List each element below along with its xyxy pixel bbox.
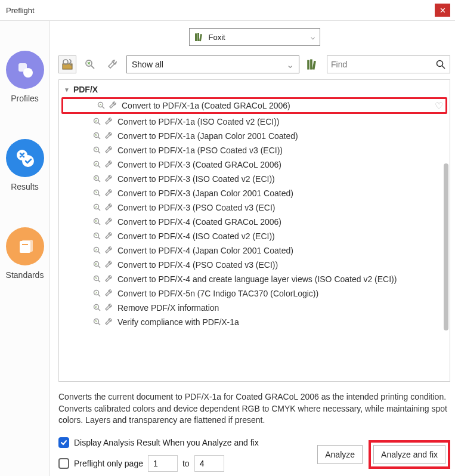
profile-label: Convert to PDF/X-3 (PSO Coated v3 (ECI): [117, 203, 276, 212]
profile-row[interactable]: Convert to PDF/X-4 (Japan Color 2001 Coa…: [59, 243, 450, 258]
inspect-icon: [92, 117, 102, 126]
svg-point-17: [437, 61, 443, 67]
svg-line-38: [98, 237, 101, 240]
inspect-icon: [92, 246, 102, 255]
preflight-only-checkbox[interactable]: [58, 458, 69, 469]
close-button[interactable]: ✕: [435, 4, 450, 17]
wrench-icon: [104, 203, 114, 212]
library-selector[interactable]: Foxit ⌵: [189, 28, 320, 46]
svg-line-26: [98, 152, 101, 154]
profile-label: Convert to PDF/X-4 (Japan Color 2001 Coa…: [117, 246, 293, 255]
analyze-fix-button[interactable]: Analyze and fix: [369, 440, 450, 469]
sidebar-item-standards[interactable]: Standards: [6, 227, 44, 280]
wrench-icon: [104, 317, 114, 327]
profile-label: Convert to PDF/X-4 (PSO Coated v3 (ECI)): [117, 260, 278, 270]
svg-point-1: [23, 68, 33, 78]
svg-line-48: [98, 309, 101, 311]
library-button[interactable]: [304, 55, 322, 73]
profile-row[interactable]: Convert to PDF/X-4 (ISO Coated v2 (ECI)): [59, 229, 450, 243]
sidebar-item-profiles[interactable]: Profiles: [6, 51, 44, 103]
filter-selected-label: Show all: [132, 60, 163, 69]
button-row: Analyze Analyze and fix: [317, 440, 450, 469]
svg-line-44: [98, 280, 101, 283]
inspect-icon: [92, 174, 102, 184]
profile-tree[interactable]: ▼PDF/XConvert to PDF/X-1a (Coated GRACoL…: [58, 79, 450, 382]
svg-rect-14: [307, 60, 309, 70]
profile-row[interactable]: Convert to PDF/X-1a (ISO Coated v2 (ECI)…: [59, 115, 450, 129]
tool-btn-inspect[interactable]: [81, 55, 99, 73]
svg-line-40: [98, 252, 101, 254]
profile-label: Remove PDF/X information: [117, 303, 219, 313]
inspect-icon: [97, 101, 106, 110]
content-panel: Foxit ⌵ Show all ⌄: [50, 21, 455, 476]
analyze-label: Analyze: [325, 450, 355, 459]
inspect-icon: [92, 131, 102, 141]
sidebar: Profiles Results Standards: [0, 21, 50, 476]
wrench-icon: [104, 246, 114, 255]
wrench-icon: [104, 146, 114, 155]
profile-description: Converts the current document to PDF/X-1…: [58, 382, 450, 437]
search-input[interactable]: [331, 60, 435, 69]
wrench-icon: [104, 289, 114, 298]
profile-row[interactable]: Convert to PDF/X-5n (7C Indigo TAC370 (C…: [59, 286, 450, 301]
profile-row[interactable]: Remove PDF/X information: [59, 301, 450, 315]
profile-row[interactable]: Convert to PDF/X-3 (Coated GRACoL 2006): [59, 157, 450, 172]
close-icon: ✕: [439, 6, 446, 15]
svg-line-13: [91, 66, 94, 69]
tool-btn-toolbox[interactable]: [58, 55, 76, 73]
profile-label: Convert to PDF/X-3 (ISO Coated v2 (ECI)): [117, 174, 275, 184]
display-result-checkbox[interactable]: [58, 437, 69, 448]
inspect-icon: [92, 217, 102, 227]
analyze-fix-label: Analyze and fix: [373, 445, 445, 464]
option-display-result: Display Analysis Result When you Analyze…: [58, 437, 259, 448]
wrench-icon: [104, 117, 114, 126]
tool-btn-fix[interactable]: [104, 55, 122, 73]
scrollbar-thumb[interactable]: [444, 163, 448, 330]
profile-row[interactable]: Convert to PDF/X-1a (PSO Coated v3 (ECI)…: [59, 143, 450, 157]
wrench-icon: [104, 160, 114, 169]
analyze-button[interactable]: Analyze: [317, 445, 363, 464]
profile-row[interactable]: Verify compliance with PDF/X-1a: [59, 315, 450, 329]
profile-label: Convert to PDF/X-4 (Coated GRACoL 2006): [117, 217, 281, 227]
svg-line-46: [98, 295, 101, 297]
profile-row[interactable]: Convert to PDF/X-4 (PSO Coated v3 (ECI)): [59, 258, 450, 272]
profile-row[interactable]: Convert to PDF/X-4 and create language l…: [59, 272, 450, 286]
group-header[interactable]: ▼PDF/X: [59, 82, 450, 97]
profile-row[interactable]: Convert to PDF/X-3 (ISO Coated v2 (ECI)): [59, 172, 450, 186]
svg-line-36: [98, 223, 101, 225]
profile-row[interactable]: Convert to PDF/X-1a (Coated GRACoL 2006)…: [61, 97, 447, 114]
profile-row[interactable]: Convert to PDF/X-3 (Japan Color 2001 Coa…: [59, 186, 450, 200]
page-to-label: to: [182, 459, 190, 468]
sidebar-item-results[interactable]: Results: [6, 139, 44, 191]
inspect-icon: [92, 274, 102, 284]
display-result-label: Display Analysis Result When you Analyze…: [74, 438, 259, 447]
page-from-input[interactable]: [148, 455, 178, 472]
svg-line-22: [98, 123, 101, 125]
search-box[interactable]: [327, 55, 450, 73]
inspect-icon: [92, 231, 102, 241]
bottom-section: Display Analysis Result When you Analyze…: [58, 437, 450, 472]
library-row: Foxit ⌵: [58, 28, 450, 46]
inspect-icon: [92, 303, 102, 313]
profile-label: Convert to PDF/X-3 (Japan Color 2001 Coa…: [117, 188, 293, 198]
main-area: Profiles Results Standards Foxit: [0, 21, 455, 476]
profile-label: Convert to PDF/X-4 (ISO Coated v2 (ECI)): [117, 231, 275, 241]
svg-rect-9: [199, 34, 202, 41]
wrench-icon: [104, 274, 114, 284]
page-to-input[interactable]: [194, 455, 224, 472]
profile-label: Convert to PDF/X-1a (PSO Coated v3 (ECI)…: [117, 146, 283, 155]
wrench-icon: [104, 174, 114, 184]
favorite-icon[interactable]: ♡: [435, 100, 443, 112]
svg-line-34: [98, 209, 101, 211]
group-label: PDF/X: [73, 85, 98, 94]
sidebar-item-label: Profiles: [11, 94, 39, 103]
profile-row[interactable]: Convert to PDF/X-1a (Japan Color 2001 Co…: [59, 129, 450, 143]
chevron-down-icon: ⌄: [286, 59, 294, 70]
svg-line-18: [442, 66, 445, 69]
profile-row[interactable]: Convert to PDF/X-3 (PSO Coated v3 (ECI): [59, 200, 450, 215]
profile-label: Convert to PDF/X-1a (ISO Coated v2 (ECI)…: [117, 117, 280, 126]
inspect-icon: [92, 317, 102, 327]
profile-label: Convert to PDF/X-1a (Coated GRACoL 2006): [122, 101, 431, 110]
filter-selector[interactable]: Show all ⌄: [126, 55, 299, 73]
profile-row[interactable]: Convert to PDF/X-4 (Coated GRACoL 2006): [59, 215, 450, 229]
